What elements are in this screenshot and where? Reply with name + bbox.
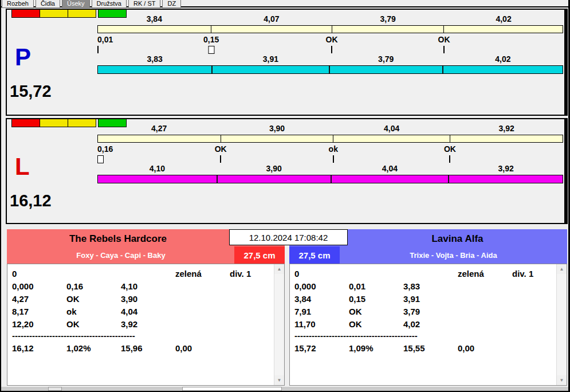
segment-time-label: 4,10 <box>150 164 165 173</box>
tab-rozbeh[interactable]: Rozbeh <box>2 0 34 8</box>
boundary-tick <box>443 46 445 53</box>
result-row: 16,121,02%15,960,00 <box>12 342 274 354</box>
result-cell: 3,92 <box>121 319 175 329</box>
result-row: 7,91OK3,79 <box>294 305 556 317</box>
scrollbar[interactable]: ▲ ▼ <box>556 264 567 385</box>
lane-total: 15,72 <box>10 82 52 101</box>
status-light <box>11 9 40 18</box>
bar-segment <box>221 135 333 142</box>
result-row: 3,840,153,91 <box>294 292 556 305</box>
lane-letter: L <box>15 155 30 179</box>
crossing-mark-label: OK <box>215 144 227 154</box>
team-results-text[interactable]: 0zelenádiv. 10,0000,013,833,840,153,917,… <box>290 264 556 385</box>
boundary-tick <box>97 46 99 53</box>
result-cell: div. 1 <box>512 269 556 279</box>
approval-checkbox[interactable] <box>97 155 104 163</box>
scrollbar-down-button[interactable]: ▼ <box>557 375 567 385</box>
result-cell: 11,70 <box>294 319 349 329</box>
result-cell: zelená <box>175 269 230 279</box>
boundary-tick <box>331 46 332 53</box>
result-cell: 7,91 <box>294 307 349 316</box>
scrollbar-down-button[interactable]: ▼ <box>274 375 284 385</box>
result-cell: 0,01 <box>349 281 403 291</box>
crossing-mark-label: ok <box>329 144 338 154</box>
crossing-mark-label: OK <box>438 35 450 44</box>
lower-segment-labels: 4,103,904,043,92 <box>97 164 563 174</box>
approval-checkbox[interactable] <box>208 46 214 54</box>
bar-segment <box>211 26 332 33</box>
status-light <box>11 119 40 127</box>
lane-total: 16,12 <box>10 191 52 210</box>
bar-segment <box>332 26 445 33</box>
result-cell: 3,79 <box>403 307 458 316</box>
team-panel-left: The Rebels Hardcore Foxy - Caya - Capi -… <box>7 229 285 386</box>
crossing-marks: 0,16OKokOK <box>97 144 563 154</box>
team-body: 0zelenádiv. 10,0000,164,104,27OK3,908,17… <box>7 264 285 386</box>
crossing-mark-label: OK <box>326 35 338 44</box>
tab-cidla[interactable]: Čidla <box>36 0 60 8</box>
result-cell: 0,00 <box>458 343 512 353</box>
bar-segment <box>98 26 211 33</box>
segment-time-label: 3,92 <box>498 164 514 173</box>
bar-segment <box>330 66 443 73</box>
scrollbar-track[interactable] <box>274 274 284 375</box>
scrollbar-up-button[interactable]: ▲ <box>557 264 567 274</box>
bar-segment <box>333 135 450 142</box>
bar-segment <box>444 26 563 33</box>
result-row: 8,17ok4,04 <box>12 305 274 317</box>
tab-dz[interactable]: DZ <box>162 0 181 8</box>
team-name: The Rebels Hardcore <box>7 233 229 245</box>
crossing-marks: 0,010,15OKOK <box>97 35 563 45</box>
result-cell: 0,000 <box>12 281 66 291</box>
result-row: 15,721,09%15,550,00 <box>294 342 556 354</box>
sensor-split-bar <box>97 135 563 143</box>
tab-useky[interactable]: Úseky <box>62 0 90 8</box>
boundary-widgets <box>97 155 563 164</box>
bar-segment <box>213 66 329 73</box>
segment-time-label: 3,79 <box>378 54 394 64</box>
result-cell: OK <box>349 307 403 316</box>
lower-segment-labels: 3,833,913,794,02 <box>97 54 563 64</box>
app-window: Rozbeh Čidla Úseky Družstva RK / ST DZ 3… <box>0 0 570 392</box>
boundary-tick <box>333 155 334 163</box>
lane-panel-p: 3,844,073,794,020,010,15OKOK3,833,913,79… <box>6 9 568 116</box>
result-row: 0zelenádiv. 1 <box>12 267 274 280</box>
segment-time-label: 3,90 <box>269 124 285 133</box>
segment-time-label: 4,02 <box>496 14 511 23</box>
boundary-tick <box>220 155 221 163</box>
scrollbar-up-button[interactable]: ▲ <box>274 264 284 274</box>
segment-time-label: 4,04 <box>384 124 399 133</box>
result-cell: 8,17 <box>12 307 66 316</box>
result-cell: 3,83 <box>403 281 458 291</box>
crossing-mark-label: 0,15 <box>203 35 219 44</box>
segment-time-label: 3,79 <box>380 14 395 23</box>
status-light <box>68 119 96 127</box>
boundary-widgets <box>97 46 563 54</box>
height-class-box: 27,5 cm <box>234 246 285 264</box>
result-cell: 15,96 <box>121 343 175 353</box>
result-row: 0,0000,013,83 <box>294 280 556 292</box>
team-results-text[interactable]: 0zelenádiv. 10,0000,164,104,27OK3,908,17… <box>7 264 274 385</box>
status-light <box>40 119 68 127</box>
result-cell: 0,00 <box>175 343 230 353</box>
boundary-tick <box>449 155 450 163</box>
team-split-bar <box>97 65 563 74</box>
result-row: 0,0000,164,10 <box>12 280 274 292</box>
team-body: 0zelenádiv. 10,0000,013,833,840,153,917,… <box>289 264 567 386</box>
segment-time-label: 3,91 <box>263 54 278 64</box>
result-cell: 0 <box>294 269 349 279</box>
result-cell: 4,27 <box>12 294 66 304</box>
tab-rk-st[interactable]: RK / ST <box>128 0 161 8</box>
result-cell: 0,16 <box>66 281 121 291</box>
segment-time-label: 4,02 <box>495 54 510 64</box>
bar-segment <box>218 175 332 183</box>
scrollbar[interactable]: ▲ ▼ <box>274 264 284 385</box>
tab-druzstva[interactable]: Družstva <box>92 0 127 8</box>
segment-time-label: 4,04 <box>382 164 398 173</box>
datetime-display: 12.10.2024 17:08:42 <box>229 229 348 245</box>
scrollbar-track[interactable] <box>557 274 567 375</box>
result-cell: 4,02 <box>403 319 458 329</box>
result-cell: 15,55 <box>403 343 458 353</box>
bar-segment <box>98 135 221 142</box>
result-cell: OK <box>66 319 121 329</box>
